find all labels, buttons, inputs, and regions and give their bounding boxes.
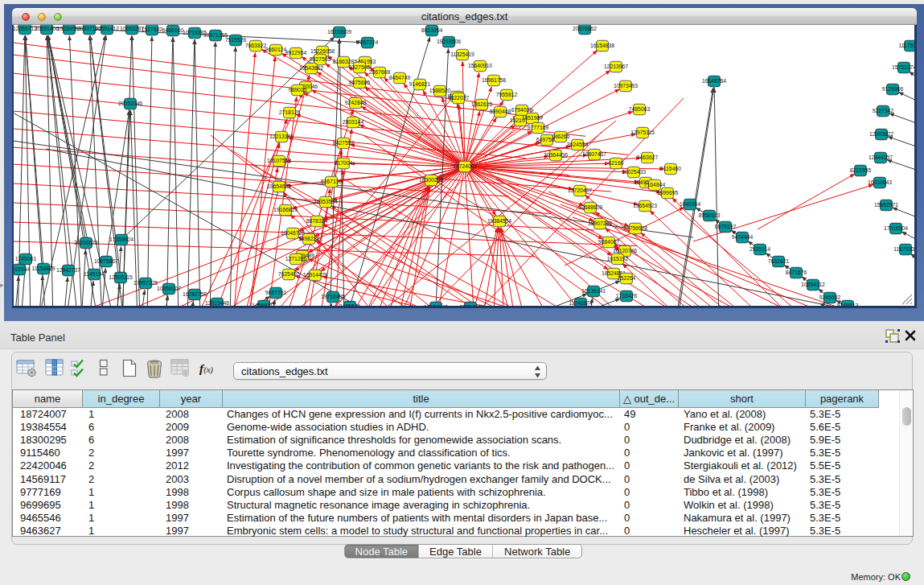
graph-edge[interactable] <box>296 114 465 167</box>
citation-network-graph[interactable]: 1205571320691406192845592093719120591412… <box>14 25 914 306</box>
table-row-9463627[interactable]: 946362711997Embryonic stem cells: a mode… <box>13 525 899 537</box>
cell-pagerank: 5.5E-5 <box>810 459 877 472</box>
graph-node-label: 19654923 <box>633 203 657 208</box>
graph-edge[interactable] <box>676 88 713 306</box>
graph-edge[interactable] <box>173 37 179 306</box>
graph-edge[interactable] <box>122 35 132 306</box>
column-header-out_degree[interactable]: △ out_de... <box>620 390 679 408</box>
graph-node-label: 2718126 <box>279 109 301 115</box>
table-row-18724007[interactable]: 1872400712008Changes of HCN gene express… <box>13 408 899 421</box>
graph-edge[interactable] <box>48 35 86 243</box>
graph-edge[interactable] <box>887 160 914 172</box>
graph-node-label: 19218506 <box>437 39 461 44</box>
graph-edge[interactable] <box>693 185 873 241</box>
window-resize-grip[interactable] <box>900 292 913 305</box>
graph-edge[interactable] <box>187 39 195 306</box>
graph-node-label: 15226058 <box>310 48 335 54</box>
graph-edge[interactable] <box>899 93 914 104</box>
graph-node-label: 20053346 <box>118 101 142 106</box>
graph-edge[interactable] <box>758 174 855 229</box>
table-row-9699695[interactable]: 969969511998Structural magnetic resonanc… <box>13 499 899 512</box>
graph-edge[interactable] <box>910 72 914 82</box>
graph-edge[interactable] <box>164 295 168 306</box>
attribute-table-settings-icon[interactable] <box>16 359 37 377</box>
tab-edge-table[interactable]: Edge Table <box>419 545 493 558</box>
column-header-name[interactable]: name <box>13 390 83 408</box>
graph-edge[interactable] <box>39 275 43 306</box>
graph-node-label: 1451987 <box>522 115 544 121</box>
graph-edge[interactable] <box>195 39 200 306</box>
close-panel-icon[interactable] <box>905 330 916 341</box>
cell-in_degree: 1 <box>88 408 158 421</box>
table-source-dropdown[interactable]: citations_edges.txt <box>233 362 547 380</box>
graph-node-label: 10671355 <box>203 32 228 38</box>
network-window-titlebar[interactable]: citations_edges.txt <box>12 8 917 25</box>
graph-edge[interactable] <box>911 253 914 264</box>
delete-trash-icon[interactable] <box>146 359 163 378</box>
graph-edge[interactable] <box>889 113 914 126</box>
cell-out_degree: 0 <box>624 434 677 447</box>
new-file-icon[interactable] <box>121 359 138 377</box>
graph-node-label: 9660124 <box>265 47 287 52</box>
cell-title: Estimation of significance thresholds fo… <box>227 434 618 447</box>
graph-edge[interactable] <box>166 37 173 306</box>
function-builder-icon[interactable]: f(x) <box>199 361 220 376</box>
table-row-14569117[interactable]: 1456911722003Disruption of a novel membe… <box>13 473 899 486</box>
table-row-9115460[interactable]: 911546021997Tourette syndrome. Phenomeno… <box>13 447 899 459</box>
graph-edge[interactable] <box>465 167 629 306</box>
window-close-button[interactable] <box>22 13 30 21</box>
cell-title: Structural magnetic resonance image aver… <box>227 499 618 512</box>
column-header-title[interactable]: title <box>223 390 620 408</box>
graph-edge[interactable] <box>210 42 216 306</box>
float-panel-icon[interactable] <box>885 329 901 344</box>
table-body[interactable]: 1872400712008Changes of HCN gene express… <box>13 408 899 537</box>
network-view-canvas[interactable]: 1205571320691406192845592093719120591412… <box>12 25 917 308</box>
column-header-year[interactable]: year <box>160 390 223 408</box>
window-minimize-button[interactable] <box>38 13 46 21</box>
table-header-row[interactable]: namein_degreeyeartitle△ out_de...shortpa… <box>13 390 899 408</box>
graph-edge[interactable] <box>81 249 85 306</box>
graph-edge[interactable] <box>714 88 719 306</box>
graph-edge[interactable] <box>465 167 629 226</box>
table-row-9465546[interactable]: 946554611997Estimation of the future num… <box>13 512 899 525</box>
column-header-pagerank[interactable]: pagerank <box>806 390 879 408</box>
graph-node-label: 9657791 <box>265 290 287 295</box>
tab-node-table[interactable]: Node Table <box>345 545 418 558</box>
graph-edge[interactable] <box>25 35 31 306</box>
table-row-18300295[interactable]: 1830029562008Estimation of significance … <box>13 434 899 447</box>
table-row-9777169[interactable]: 977716911998Corpus callosum shape and si… <box>13 486 899 499</box>
table-scrollbar-thumb[interactable] <box>902 407 911 426</box>
graph-node-label: 12975115 <box>630 130 655 135</box>
graph-node-label: 7632621 <box>768 258 790 264</box>
graph-edge[interactable] <box>672 198 796 306</box>
table-vertical-scrollbar[interactable] <box>899 390 913 536</box>
graph-edge[interactable] <box>64 277 68 306</box>
graph-edge[interactable] <box>312 90 465 167</box>
graph-edge[interactable] <box>323 225 524 306</box>
graph-node-label: 917004 <box>335 160 353 166</box>
graph-node-label: 1640954 <box>680 201 701 207</box>
column-header-short[interactable]: short <box>679 390 806 408</box>
graph-edge[interactable] <box>888 137 914 149</box>
graph-node-label: 1615192 <box>607 256 629 262</box>
select-rows-icon[interactable] <box>71 359 87 378</box>
graph-edge[interactable] <box>26 35 43 269</box>
window-zoom-button[interactable] <box>54 13 62 21</box>
graph-edge[interactable] <box>902 232 914 243</box>
cell-in_degree: 2 <box>88 447 158 459</box>
graph-edge[interactable] <box>147 36 152 306</box>
delete-table-icon-disabled[interactable] <box>170 359 189 377</box>
cell-out_degree: 0 <box>624 421 677 434</box>
table-row-22420046[interactable]: 2242004622012Investigating the contribut… <box>13 459 899 472</box>
merge-rows-icon[interactable] <box>99 359 109 377</box>
column-header-in_degree[interactable]: in_degree <box>83 390 160 408</box>
select-column-icon[interactable] <box>45 359 64 377</box>
tab-network-table[interactable]: Network Table <box>493 545 581 558</box>
cell-short: de Silva et al. (2003) <box>684 473 804 486</box>
graph-edge[interactable] <box>14 43 500 105</box>
graph-edge[interactable] <box>893 208 914 220</box>
graph-edge[interactable] <box>361 187 428 306</box>
table-row-19384554[interactable]: 1938455462009Genome-wide association stu… <box>13 421 899 434</box>
graph-edge[interactable] <box>651 187 810 306</box>
node-attribute-table[interactable]: namein_degreeyeartitle△ out_de...shortpa… <box>12 389 914 537</box>
